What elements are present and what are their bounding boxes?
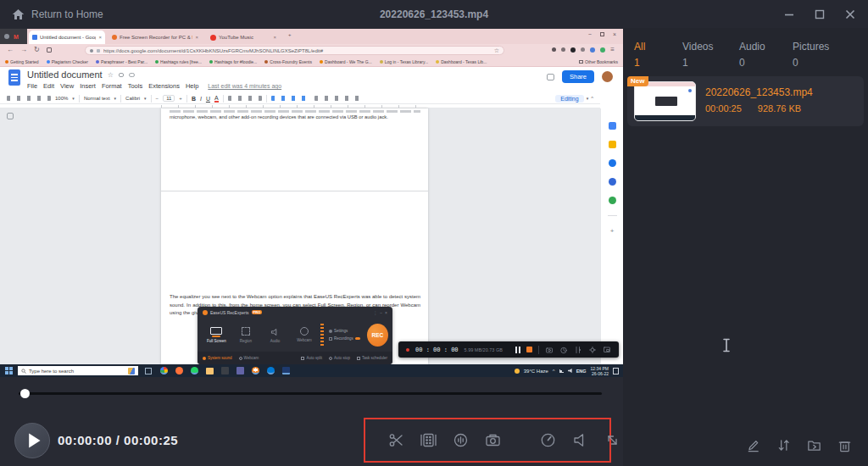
- sort-arrows-icon: [776, 437, 792, 453]
- open-folder-icon: [806, 437, 822, 453]
- webcam-label: Webcam: [244, 356, 259, 360]
- firefox-logo-icon: [4, 34, 9, 39]
- browser-navbar: ← → ↻ https://docs.google.com/document/d…: [0, 44, 623, 57]
- insert-tools-icons: [228, 96, 262, 101]
- network-icon: [559, 369, 564, 373]
- url-text: https://docs.google.com/document/d/1CsXK…: [103, 48, 491, 53]
- shield-icon: [90, 49, 93, 53]
- fullscreen-button[interactable]: [604, 431, 621, 449]
- chrome-icon: [160, 367, 168, 374]
- doc-paragraph: microphone, webcam, and other add-on rec…: [170, 114, 424, 120]
- browser-minimize-icon: −: [588, 31, 592, 37]
- menu-item: Format: [102, 82, 122, 90]
- menu-icon: ≡: [610, 46, 615, 53]
- recexperts-player-window: Return to Home 20220626_123453.mp4 M Unt…: [0, 0, 868, 466]
- seek-bar[interactable]: [19, 392, 602, 395]
- bookmark-item: Plagiarism Checker: [52, 59, 88, 64]
- titlebar: Return to Home 20220626_123453.mp4: [0, 0, 868, 28]
- tab-label: Pictures: [793, 41, 829, 53]
- tab-close-icon: ×: [195, 35, 198, 40]
- mode-label: Webcam: [297, 338, 312, 342]
- screenshot-icon: [545, 346, 554, 354]
- fullscreen-mode-icon: [210, 327, 222, 335]
- app-icon: [236, 367, 244, 374]
- tab-audio[interactable]: Audio 0: [739, 41, 765, 69]
- notification-icon: [613, 368, 619, 374]
- tab-close-icon: ×: [98, 35, 102, 40]
- equalizer-bars: [320, 324, 324, 346]
- style-select: Normal text: [84, 96, 110, 101]
- settings-link: Settings: [334, 329, 348, 333]
- play-button[interactable]: [14, 423, 50, 458]
- bookmark-item: Dashboard - Texas Lib...: [441, 59, 487, 64]
- speed-button[interactable]: [539, 431, 557, 449]
- browser-tab: YouTube Music ×: [207, 31, 280, 44]
- maximize-button[interactable]: [814, 8, 826, 20]
- windows-taskbar: Type here to search 39°C Haze ^: [0, 364, 623, 377]
- home-nav-icon: [47, 47, 52, 53]
- docs-toolbar: 100% ▾ Normal text ▾ Calibri ▾ − 11 + B …: [0, 93, 600, 104]
- bookmark-item: Cross-Foundry Events: [270, 59, 312, 64]
- menu-item: Help: [186, 82, 198, 90]
- tab-label: Audio: [739, 41, 765, 53]
- menu-item: Tools: [128, 82, 143, 90]
- download-icon: [561, 47, 565, 52]
- font-larger-icon: +: [179, 96, 182, 101]
- cloud-status-icon: [129, 73, 135, 77]
- tab-pictures[interactable]: Pictures 0: [793, 41, 829, 69]
- bookmark-item: Hashtags for #foodie...: [214, 59, 257, 64]
- docs-menubar: File Edit View Insert Format Tools Exten…: [27, 82, 281, 90]
- return-home-button[interactable]: Return to Home: [12, 8, 103, 20]
- docs-logo-icon: [8, 69, 20, 86]
- bold-icon: B: [192, 96, 196, 102]
- nav-buttons: ← → ↻: [7, 46, 52, 53]
- last-edit-label: Last edit was 4 minutes ago: [208, 83, 281, 89]
- recorder-window-icons: ⋮: [373, 310, 377, 315]
- region-mode-icon: [242, 327, 250, 336]
- comment-history-icon: [547, 74, 554, 80]
- mode-label: Audio: [270, 339, 281, 343]
- firefox-icon: [175, 367, 183, 374]
- delete-button[interactable]: [837, 437, 853, 453]
- extract-frames-button[interactable]: [420, 431, 437, 449]
- pinned-tabs: M: [0, 29, 27, 44]
- recexperts-logo-icon: [203, 310, 208, 315]
- minimize-button[interactable]: [783, 8, 795, 20]
- docs-header: Untitled document ☆ File Edit View Inser…: [0, 67, 623, 93]
- browser-tab-active: Untitled document - Google D ×: [29, 31, 105, 44]
- settings-gear-icon: [588, 346, 597, 354]
- bookmark-icon: [5, 60, 8, 64]
- star-doc-icon: ☆: [108, 71, 114, 79]
- volume-button[interactable]: [571, 431, 589, 449]
- media-duration: 00:00:25: [705, 103, 742, 114]
- zoom-select: 100%: [55, 96, 68, 101]
- text-cursor: [722, 338, 731, 352]
- tab-all[interactable]: All 1: [634, 41, 645, 69]
- account-icon: [590, 47, 595, 53]
- font-select: Calibri: [125, 96, 140, 101]
- rec-time: 00 : 00 : 00: [415, 347, 459, 353]
- media-list-item[interactable]: New 20220626_123453.mp4 00:00:25 928.76 …: [627, 76, 864, 126]
- bookmark-item: Getting Started: [10, 59, 39, 64]
- screenshot-button[interactable]: [484, 431, 502, 449]
- seek-thumb[interactable]: [20, 389, 30, 398]
- open-folder-button[interactable]: [806, 437, 822, 453]
- extension2-icon: [600, 47, 605, 53]
- sort-button[interactable]: [776, 437, 792, 453]
- tab-videos[interactable]: Videos 1: [682, 41, 713, 69]
- extract-audio-button[interactable]: [452, 431, 470, 449]
- tab-label: Videos: [682, 41, 713, 53]
- lock-icon: [97, 49, 100, 53]
- gmail-icon: M: [14, 34, 19, 40]
- bookmark-icon: [155, 60, 159, 64]
- language-label: ENG: [576, 369, 587, 374]
- media-thumbnail[interactable]: [634, 81, 696, 121]
- rename-button[interactable]: [745, 437, 761, 453]
- menu-item: View: [60, 82, 74, 90]
- film-frames-icon: [420, 431, 437, 449]
- menu-item: File: [27, 82, 37, 90]
- close-button[interactable]: [844, 8, 856, 20]
- window-title: 20220626_123453.mp4: [0, 8, 868, 20]
- trim-button[interactable]: [387, 431, 405, 449]
- video-preview[interactable]: M Untitled document - Google D × Free Sc…: [0, 29, 623, 377]
